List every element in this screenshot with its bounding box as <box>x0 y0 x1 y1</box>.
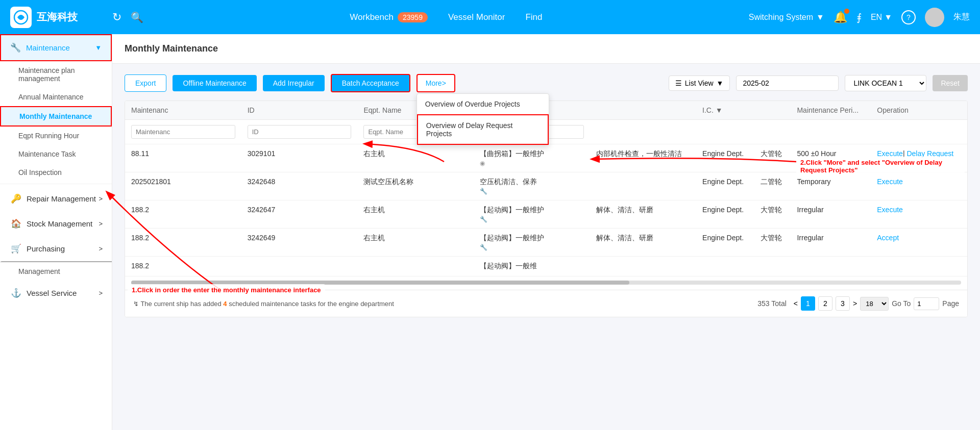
language-selector[interactable]: EN ▼ <box>871 13 892 22</box>
view-select[interactable]: ☰ List View ▼ <box>669 75 730 91</box>
sidebar-item-maintenance-task[interactable]: Maintenance Task <box>0 145 112 163</box>
cell-op-1: Execute| Delay Request <box>871 144 967 172</box>
sidebar-label-maintenance-plan: Maintenance plan management <box>18 66 75 83</box>
sidebar-item-repair-management[interactable]: 🔑 Repair Management > <box>0 186 112 211</box>
search-icon[interactable]: 🔍 <box>131 11 143 23</box>
cell-op-3: Execute <box>871 200 967 229</box>
cell-eqpt-4: 右主机 <box>357 229 474 257</box>
sidebar-item-management[interactable]: Management <box>0 262 112 281</box>
prev-page[interactable]: < <box>794 299 798 308</box>
execute-link-1[interactable]: Execute <box>877 149 903 158</box>
stock-arrow: > <box>99 220 103 227</box>
cell-eqpt-3: 右主机 <box>357 200 474 229</box>
sidebar-divider-1 <box>0 184 112 184</box>
more-button[interactable]: More> <box>416 74 455 92</box>
execute-link-3[interactable]: Execute <box>877 206 903 214</box>
dropdown-item-overdue[interactable]: Overview of Overdue Projects <box>417 94 549 114</box>
cell-maintenance-3: 188.2 <box>125 200 241 229</box>
vessel-arrow: > <box>99 289 103 297</box>
cell-content-5 <box>590 257 696 276</box>
cell-ic-5 <box>696 257 754 276</box>
cell-content-1: 内部机件检查，一般性清洁 <box>590 144 696 172</box>
cell-item-3: 【起动阀】一般维护🔧 <box>474 200 590 229</box>
sidebar-arrow: ▼ <box>95 44 102 52</box>
workbench-button[interactable]: Workbench 23959 <box>350 12 428 22</box>
offline-maintenance-button[interactable]: Offline Maintenance <box>173 75 256 91</box>
cell-person-1: 大管轮 <box>754 144 791 172</box>
list-view-label: List View <box>685 79 714 87</box>
nav-center: Workbench 23959 Vessel Monitor Find <box>154 12 739 22</box>
content-area: Export Offline Maintenance Add Irregular… <box>112 64 980 327</box>
sidebar-item-oil-inspection[interactable]: Oil Inspection <box>0 163 112 182</box>
next-page[interactable]: > <box>853 299 857 308</box>
switching-system-dropdown[interactable]: Switching System ▼ <box>749 13 824 22</box>
vessel-monitor-link[interactable]: Vessel Monitor <box>448 12 505 22</box>
page-1[interactable]: 1 <box>801 296 815 311</box>
help-icon[interactable]: ? <box>901 10 916 24</box>
sidebar-label-annual: Annual Maintenance <box>18 93 84 101</box>
workbench-badge: 23959 <box>398 12 428 22</box>
logo-text: 互海科技 <box>37 10 78 24</box>
status-text-1: The current ship has added <box>140 300 223 308</box>
page-2[interactable]: 2 <box>818 296 832 311</box>
cell-id-1: 3029101 <box>241 144 358 172</box>
goto-input[interactable] <box>914 297 939 310</box>
logo-area: 互海科技 <box>10 7 102 28</box>
back-icon[interactable]: ↻ <box>112 11 121 24</box>
cell-ic-2: Engine Dept. <box>696 172 754 200</box>
purchasing-icon: 🛒 <box>11 243 21 254</box>
cell-item-4: 【起动阀】一般维护🔧 <box>474 229 590 257</box>
cell-period-3: Irregular <box>791 200 871 229</box>
page-size-select[interactable]: 18 50 100 <box>860 297 889 311</box>
sidebar-item-monthly-maintenance[interactable]: Monthly Maintenance <box>0 106 112 127</box>
cell-ic-1: Engine Dept. <box>696 144 754 172</box>
table-row: 188.2 3242649 右主机 【起动阀】一般维护🔧 解体、清洁、研磨 En… <box>125 229 967 257</box>
sidebar-item-annual-maintenance[interactable]: Annual Maintenance <box>0 88 112 106</box>
cell-content-2 <box>590 172 696 200</box>
date-input[interactable] <box>736 75 839 91</box>
top-navigation: 互海科技 ↻ 🔍 Workbench 23959 Vessel Monitor … <box>0 0 980 34</box>
sidebar-label-task: Maintenance Task <box>18 150 76 158</box>
add-irregular-button[interactable]: Add Irregular <box>263 75 325 91</box>
filter-id[interactable] <box>248 125 352 139</box>
list-icon: ☰ <box>675 79 682 87</box>
batch-acceptance-button[interactable]: Batch Acceptance <box>331 74 410 92</box>
stock-icon: 🏠 <box>11 218 21 229</box>
sidebar-item-maintenance-plan[interactable]: Maintenance plan management <box>0 61 112 88</box>
table-row: 188.2 3242647 右主机 【起动阀】一般维护🔧 解体、清洁、研磨 En… <box>125 200 967 229</box>
delay-request-link-1[interactable]: Delay Request <box>906 149 953 158</box>
col-header-operation: Operation <box>871 101 967 120</box>
table-row: 2025021801 3242648 测试空压机名称 空压机清洁、保养🔧 Eng… <box>125 172 967 200</box>
main-content: Monthly Maintenance Export Offline Maint… <box>112 34 980 430</box>
toolbar-right: ☰ List View ▼ LINK OCEAN 1 Reset <box>669 75 968 91</box>
execute-link-2[interactable]: Execute <box>877 178 903 186</box>
notification-bell[interactable]: 🔔 <box>834 11 847 24</box>
sidebar-item-maintenance[interactable]: 🔧 Maintenance ▼ <box>0 34 112 61</box>
col-header-ic: I.C. ▼ <box>696 101 754 120</box>
cell-ic-4: Engine Dept. <box>696 229 754 257</box>
avatar[interactable] <box>925 8 944 27</box>
cell-id-3: 3242647 <box>241 200 358 229</box>
sidebar-item-eqpt-running-hour[interactable]: Eqpt Running Hour <box>0 127 112 145</box>
export-button[interactable]: Export <box>125 74 166 92</box>
reset-button[interactable]: Reset <box>933 75 968 91</box>
horizontal-scrollbar[interactable] <box>125 276 967 290</box>
fullscreen-icon[interactable]: ⨎ <box>856 11 862 23</box>
cell-person-3: 大管轮 <box>754 200 791 229</box>
cell-maintenance-2: 2025021801 <box>125 172 241 200</box>
cell-content-4: 解体、清洁、研磨 <box>590 229 696 257</box>
find-link[interactable]: Find <box>525 12 542 22</box>
repair-arrow: > <box>99 195 103 203</box>
status-count: 4 <box>223 300 227 308</box>
accept-link-4[interactable]: Accept <box>877 234 899 242</box>
dropdown-item-delay-request[interactable]: Overview of Delay Request Projects <box>417 114 549 145</box>
user-name: 朱慧 <box>953 12 970 22</box>
sidebar-label-oil: Oil Inspection <box>18 168 62 176</box>
filter-maintenance[interactable] <box>131 125 235 139</box>
page-3[interactable]: 3 <box>836 296 850 311</box>
sidebar-item-vessel-service[interactable]: ⚓ Vessel Service > <box>0 281 112 306</box>
sidebar-item-stock-management[interactable]: 🏠 Stock Management > <box>0 211 112 236</box>
sidebar-item-purchasing[interactable]: 🛒 Purchasing > <box>0 236 112 262</box>
workbench-label: Workbench <box>350 12 394 22</box>
vessel-select[interactable]: LINK OCEAN 1 <box>845 75 926 91</box>
